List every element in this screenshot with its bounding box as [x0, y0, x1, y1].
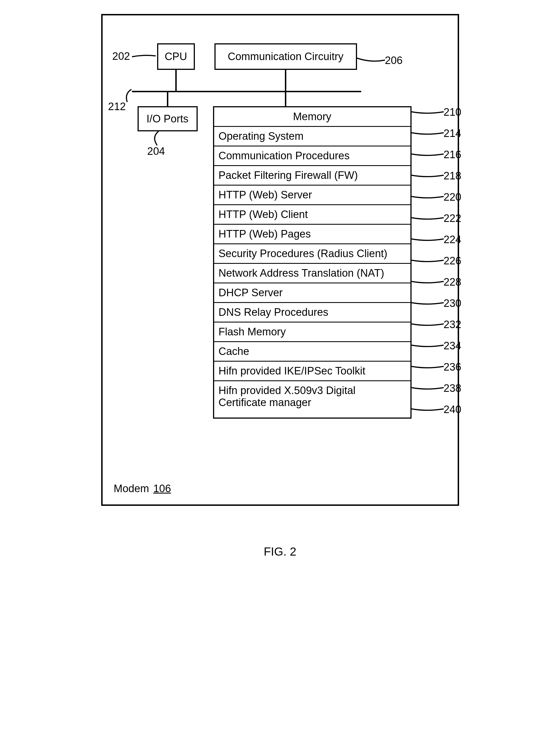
ref-io: 204 — [147, 145, 165, 157]
memory-row: Hifn provided IKE/IPSec Toolkit — [214, 362, 411, 381]
callout-line — [412, 259, 444, 263]
ref-comm: 206 — [385, 55, 403, 66]
diagram: CPU Communication Circuitry I/O Ports Me… — [84, 11, 476, 536]
modem-box: CPU Communication Circuitry I/O Ports Me… — [101, 14, 459, 506]
io-label: I/O Ports — [146, 113, 188, 125]
ref-mem-11: 236 — [444, 361, 461, 373]
callout-line — [132, 55, 156, 59]
callout-line — [412, 238, 444, 242]
memory-row: DNS Relay Procedures — [214, 303, 411, 323]
callout-line — [412, 344, 444, 348]
callout-line — [412, 195, 444, 199]
ref-mem-10: 234 — [444, 340, 461, 352]
callout-line — [412, 152, 444, 157]
callout-line — [412, 131, 444, 136]
memory-row: Network Address Translation (NAT) — [214, 264, 411, 283]
ref-mem-6: 226 — [444, 255, 461, 267]
ref-mem-5: 224 — [444, 233, 461, 246]
memory-row: Cache — [214, 342, 411, 362]
cpu-connector — [175, 70, 177, 91]
ref-mem-1: 216 — [444, 149, 461, 161]
callout-line — [412, 110, 444, 115]
ref-cpu: 202 — [113, 50, 130, 62]
callout-line — [357, 56, 385, 63]
ref-mem-4: 222 — [444, 212, 461, 224]
modem-label: Modem106 — [114, 483, 171, 495]
comm-block: Communication Circuitry — [215, 43, 357, 70]
bus-line — [132, 91, 361, 92]
callout-line — [412, 280, 444, 284]
ref-mem-0: 214 — [444, 127, 461, 140]
callout-line — [153, 131, 165, 145]
callout-line — [126, 89, 137, 102]
memory-row: Flash Memory — [214, 323, 411, 342]
memory-row: Hifn provided X.509v3 Digital Certificat… — [214, 381, 411, 417]
ref-mem-13: 240 — [444, 404, 461, 415]
memory-block: Memory Operating System Communication Pr… — [213, 106, 412, 419]
ref-mem-9: 232 — [444, 319, 461, 331]
ref-mem-8: 230 — [444, 297, 461, 309]
cpu-label: CPU — [165, 50, 187, 63]
ref-memory: 210 — [444, 106, 461, 118]
memory-connector — [285, 92, 286, 106]
callout-line — [412, 365, 444, 369]
memory-row: Security Procedures (Radius Client) — [214, 244, 411, 264]
ref-mem-2: 218 — [444, 170, 461, 182]
memory-title: Memory — [214, 107, 411, 127]
ref-mem-3: 220 — [444, 191, 461, 203]
figure-label: FIG. 2 — [11, 545, 549, 558]
cpu-block: CPU — [157, 43, 195, 70]
ref-mem-7: 228 — [444, 276, 461, 288]
callout-line — [412, 216, 444, 221]
memory-row: Operating System — [214, 127, 411, 146]
memory-row: Communication Procedures — [214, 146, 411, 166]
memory-row: HTTP (Web) Pages — [214, 225, 411, 244]
ref-bus: 212 — [108, 101, 126, 113]
callout-line — [412, 386, 444, 390]
memory-row: HTTP (Web) Client — [214, 205, 411, 225]
callout-line — [412, 174, 444, 178]
memory-row: Packet Filtering Firewall (FW) — [214, 166, 411, 186]
ref-mem-12: 238 — [444, 382, 461, 394]
comm-label: Communication Circuitry — [228, 50, 344, 63]
memory-row: HTTP (Web) Server — [214, 186, 411, 205]
io-connector — [167, 92, 168, 106]
callout-line — [412, 323, 444, 327]
callout-line — [412, 301, 444, 305]
io-block: I/O Ports — [138, 106, 198, 131]
memory-row: DHCP Server — [214, 283, 411, 303]
callout-line — [412, 407, 444, 412]
comm-connector — [285, 70, 286, 91]
